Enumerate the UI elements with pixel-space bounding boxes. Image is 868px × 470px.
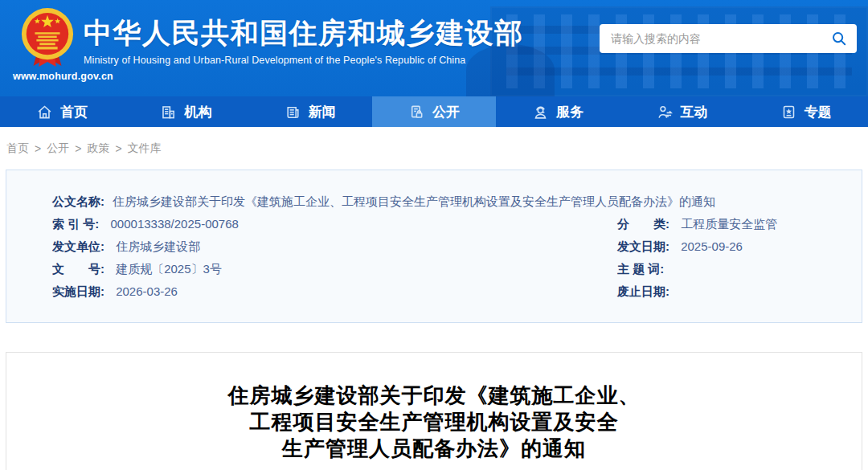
category-label: 分 类:: [617, 217, 669, 231]
repeal-date-label: 废止日期:: [617, 284, 669, 298]
search-box: [600, 24, 857, 53]
nav-item-interaction[interactable]: 互动: [620, 96, 743, 127]
nav-item-label: 服务: [556, 103, 583, 121]
meta-row: 实施日期: 2026-03-26 废止日期:: [52, 280, 862, 303]
main-nav: 首页 机构 新闻 公开 服务: [0, 96, 868, 127]
nav-item-label: 机构: [184, 103, 211, 121]
search-icon: [831, 31, 847, 47]
article-box: 住房城乡建设部关于印发《建筑施工企业、 工程项目安全生产管理机构设置及安全 生产…: [6, 352, 862, 470]
doc-name-value: 住房城乡建设部关于印发《建筑施工企业、工程项目安全生产管理机构设置及安全生产管理…: [113, 190, 715, 213]
nav-item-label: 公开: [432, 103, 460, 121]
index-number-label: 索 引 号:: [52, 217, 99, 231]
article-title-line: 工程项目安全生产管理机构设置及安全: [6, 409, 862, 435]
organization-icon: [160, 104, 177, 121]
nav-item-news[interactable]: 新闻: [248, 96, 372, 127]
meta-row: 索 引 号: 000013338/2025-00768 分 类: 工程质量安全监…: [52, 213, 862, 235]
site-title: 中华人民共和国住房和城乡建设部: [84, 18, 524, 49]
site-url: www.mohurd.gov.cn: [13, 71, 82, 82]
nav-item-services[interactable]: 服务: [496, 96, 620, 127]
breadcrumb-item-disclosure[interactable]: 公开: [47, 141, 69, 156]
nav-item-home[interactable]: 首页: [0, 96, 124, 127]
nav-item-label: 互动: [681, 103, 708, 121]
nav-item-organization[interactable]: 机构: [124, 96, 248, 127]
breadcrumb-separator: >: [115, 142, 121, 155]
service-icon: [532, 104, 549, 121]
breadcrumb-item-policy[interactable]: 政策: [87, 141, 109, 156]
nav-item-label: 首页: [60, 103, 88, 121]
nav-item-topics[interactable]: 专题: [744, 96, 868, 127]
nav-item-label: 新闻: [309, 103, 336, 121]
article-title: 住房城乡建设部关于印发《建筑施工企业、 工程项目安全生产管理机构设置及安全 生产…: [6, 382, 862, 462]
title-block: 中华人民共和国住房和城乡建设部 Ministry of Housing and …: [84, 18, 524, 66]
home-icon: [36, 104, 53, 121]
national-emblem-icon: [20, 6, 75, 69]
effective-date-label: 实施日期:: [52, 284, 104, 298]
effective-date-value: 2026-03-26: [116, 284, 178, 298]
nav-item-disclosure[interactable]: 公开: [372, 96, 496, 127]
disclosure-icon: [408, 104, 425, 121]
doc-number-value: 建质规〔2025〕3号: [116, 262, 222, 276]
news-icon: [285, 104, 301, 121]
doc-name-label: 公文名称:: [52, 190, 104, 213]
meta-row-doc-name: 公文名称: 住房城乡建设部关于印发《建筑施工企业、工程项目安全生产管理机构设置及…: [52, 190, 862, 213]
doc-number-label: 文 号:: [52, 262, 104, 276]
nav-item-label: 专题: [805, 103, 832, 121]
article-title-line: 住房城乡建设部关于印发《建筑施工企业、: [6, 382, 862, 409]
subject-words-label: 主 题 词:: [617, 262, 664, 276]
issue-date-value: 2025-09-26: [681, 239, 743, 253]
issuing-unit-value: 住房城乡建设部: [116, 239, 200, 253]
issuing-unit-label: 发文单位:: [52, 239, 104, 253]
breadcrumb-separator: >: [75, 142, 81, 155]
site-header: www.mohurd.gov.cn 中华人民共和国住房和城乡建设部 Minist…: [0, 0, 868, 96]
breadcrumb-separator: >: [35, 142, 41, 155]
search-button[interactable]: [821, 24, 857, 53]
meta-row: 文 号: 建质规〔2025〕3号 主 题 词:: [52, 258, 862, 280]
meta-row: 发文单位: 住房城乡建设部 发文日期: 2025-09-26: [52, 235, 862, 258]
search-input[interactable]: [600, 32, 821, 45]
breadcrumb-item-library[interactable]: 文件库: [128, 141, 162, 156]
site-logo[interactable]: www.mohurd.gov.cn: [13, 6, 82, 82]
issue-date-label: 发文日期:: [617, 239, 669, 253]
document-metadata-box: 公文名称: 住房城乡建设部关于印发《建筑施工企业、工程项目安全生产管理机构设置及…: [6, 170, 862, 323]
site-subtitle: Ministry of Housing and Urban-Rural Deve…: [84, 55, 524, 66]
category-value: 工程质量安全监管: [681, 217, 777, 231]
breadcrumb: 首页 > 公开 > 政策 > 文件库: [0, 127, 868, 170]
interaction-icon: [657, 104, 674, 121]
breadcrumb-item-home[interactable]: 首页: [6, 141, 29, 156]
topics-icon: [780, 104, 797, 121]
article-title-line: 生产管理人员配备办法》的通知: [6, 435, 862, 462]
index-number-value: 000013338/2025-00768: [111, 217, 239, 231]
